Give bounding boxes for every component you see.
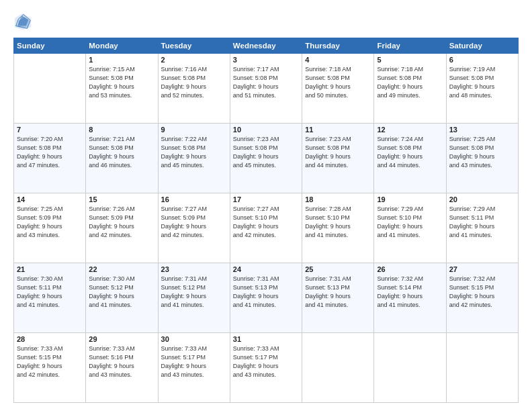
calendar-cell: 12Sunrise: 7:24 AM Sunset: 5:08 PM Dayli… xyxy=(374,124,446,193)
calendar-cell: 6Sunrise: 7:19 AM Sunset: 5:08 PM Daylig… xyxy=(446,54,518,124)
calendar-week-0: 1Sunrise: 7:15 AM Sunset: 5:08 PM Daylig… xyxy=(14,54,519,124)
calendar-cell: 7Sunrise: 7:20 AM Sunset: 5:08 PM Daylig… xyxy=(14,124,86,193)
calendar-cell: 23Sunrise: 7:31 AM Sunset: 5:12 PM Dayli… xyxy=(158,263,230,333)
day-number: 23 xyxy=(161,265,227,273)
day-number: 7 xyxy=(17,126,83,134)
day-info: Sunrise: 7:18 AM Sunset: 5:08 PM Dayligh… xyxy=(377,65,443,100)
calendar-cell: 14Sunrise: 7:25 AM Sunset: 5:09 PM Dayli… xyxy=(14,193,86,263)
calendar-week-3: 21Sunrise: 7:30 AM Sunset: 5:11 PM Dayli… xyxy=(14,263,519,333)
calendar-header-friday: Friday xyxy=(374,38,446,54)
day-number: 25 xyxy=(305,265,371,273)
day-number: 11 xyxy=(305,126,371,134)
day-number: 18 xyxy=(305,195,371,203)
calendar-header-thursday: Thursday xyxy=(302,38,374,54)
day-info: Sunrise: 7:23 AM Sunset: 5:08 PM Dayligh… xyxy=(233,135,299,170)
day-info: Sunrise: 7:30 AM Sunset: 5:11 PM Dayligh… xyxy=(17,275,83,310)
calendar-cell: 29Sunrise: 7:33 AM Sunset: 5:16 PM Dayli… xyxy=(86,333,158,403)
calendar-header-row: SundayMondayTuesdayWednesdayThursdayFrid… xyxy=(14,38,519,54)
calendar-cell: 3Sunrise: 7:17 AM Sunset: 5:08 PM Daylig… xyxy=(230,54,302,124)
page: SundayMondayTuesdayWednesdayThursdayFrid… xyxy=(0,0,532,411)
header xyxy=(13,12,519,31)
calendar-cell: 2Sunrise: 7:16 AM Sunset: 5:08 PM Daylig… xyxy=(158,54,230,124)
day-number: 8 xyxy=(89,126,154,134)
calendar-cell xyxy=(374,333,446,403)
day-number: 31 xyxy=(233,335,299,343)
day-info: Sunrise: 7:32 AM Sunset: 5:15 PM Dayligh… xyxy=(449,275,515,310)
day-number: 15 xyxy=(89,195,154,203)
calendar-cell: 27Sunrise: 7:32 AM Sunset: 5:15 PM Dayli… xyxy=(446,263,518,333)
calendar-header-tuesday: Tuesday xyxy=(158,38,230,54)
day-info: Sunrise: 7:29 AM Sunset: 5:10 PM Dayligh… xyxy=(377,205,443,240)
calendar-cell: 17Sunrise: 7:27 AM Sunset: 5:10 PM Dayli… xyxy=(230,193,302,263)
calendar-cell: 8Sunrise: 7:21 AM Sunset: 5:08 PM Daylig… xyxy=(86,124,158,193)
day-info: Sunrise: 7:22 AM Sunset: 5:08 PM Dayligh… xyxy=(161,135,227,170)
calendar-cell: 11Sunrise: 7:23 AM Sunset: 5:08 PM Dayli… xyxy=(302,124,374,193)
day-number: 30 xyxy=(161,335,227,343)
day-info: Sunrise: 7:31 AM Sunset: 5:12 PM Dayligh… xyxy=(161,275,227,310)
calendar-cell: 25Sunrise: 7:31 AM Sunset: 5:13 PM Dayli… xyxy=(302,263,374,333)
day-info: Sunrise: 7:29 AM Sunset: 5:11 PM Dayligh… xyxy=(449,205,515,240)
day-number: 21 xyxy=(17,265,83,273)
calendar-cell: 20Sunrise: 7:29 AM Sunset: 5:11 PM Dayli… xyxy=(446,193,518,263)
day-info: Sunrise: 7:25 AM Sunset: 5:09 PM Dayligh… xyxy=(17,205,83,240)
day-number: 20 xyxy=(449,195,515,203)
day-info: Sunrise: 7:27 AM Sunset: 5:10 PM Dayligh… xyxy=(233,205,299,240)
calendar-cell: 21Sunrise: 7:30 AM Sunset: 5:11 PM Dayli… xyxy=(14,263,86,333)
day-number: 28 xyxy=(17,335,83,343)
day-info: Sunrise: 7:15 AM Sunset: 5:08 PM Dayligh… xyxy=(89,65,154,100)
calendar-cell: 10Sunrise: 7:23 AM Sunset: 5:08 PM Dayli… xyxy=(230,124,302,193)
day-info: Sunrise: 7:18 AM Sunset: 5:08 PM Dayligh… xyxy=(305,65,371,100)
day-info: Sunrise: 7:33 AM Sunset: 5:17 PM Dayligh… xyxy=(233,345,299,379)
calendar-cell: 24Sunrise: 7:31 AM Sunset: 5:13 PM Dayli… xyxy=(230,263,302,333)
day-info: Sunrise: 7:27 AM Sunset: 5:09 PM Dayligh… xyxy=(161,205,227,240)
calendar-cell: 1Sunrise: 7:15 AM Sunset: 5:08 PM Daylig… xyxy=(86,54,158,124)
calendar-cell xyxy=(446,333,518,403)
calendar-cell: 5Sunrise: 7:18 AM Sunset: 5:08 PM Daylig… xyxy=(374,54,446,124)
calendar-week-1: 7Sunrise: 7:20 AM Sunset: 5:08 PM Daylig… xyxy=(14,124,519,193)
day-number: 3 xyxy=(233,56,299,64)
day-info: Sunrise: 7:21 AM Sunset: 5:08 PM Dayligh… xyxy=(89,135,154,170)
calendar-week-2: 14Sunrise: 7:25 AM Sunset: 5:09 PM Dayli… xyxy=(14,193,519,263)
calendar-cell: 31Sunrise: 7:33 AM Sunset: 5:17 PM Dayli… xyxy=(230,333,302,403)
day-info: Sunrise: 7:32 AM Sunset: 5:14 PM Dayligh… xyxy=(377,275,443,310)
calendar-cell: 9Sunrise: 7:22 AM Sunset: 5:08 PM Daylig… xyxy=(158,124,230,193)
calendar-week-4: 28Sunrise: 7:33 AM Sunset: 5:15 PM Dayli… xyxy=(14,333,519,403)
day-number: 24 xyxy=(233,265,299,273)
day-info: Sunrise: 7:26 AM Sunset: 5:09 PM Dayligh… xyxy=(89,205,154,240)
day-number: 5 xyxy=(377,56,443,64)
calendar-cell: 13Sunrise: 7:25 AM Sunset: 5:08 PM Dayli… xyxy=(446,124,518,193)
day-info: Sunrise: 7:28 AM Sunset: 5:10 PM Dayligh… xyxy=(305,205,371,240)
calendar-cell: 30Sunrise: 7:33 AM Sunset: 5:17 PM Dayli… xyxy=(158,333,230,403)
day-number: 19 xyxy=(377,195,443,203)
day-info: Sunrise: 7:20 AM Sunset: 5:08 PM Dayligh… xyxy=(17,135,83,170)
day-number: 9 xyxy=(161,126,227,134)
calendar-cell: 22Sunrise: 7:30 AM Sunset: 5:12 PM Dayli… xyxy=(86,263,158,333)
day-info: Sunrise: 7:33 AM Sunset: 5:15 PM Dayligh… xyxy=(17,345,83,379)
day-info: Sunrise: 7:33 AM Sunset: 5:16 PM Dayligh… xyxy=(89,345,154,379)
day-info: Sunrise: 7:31 AM Sunset: 5:13 PM Dayligh… xyxy=(305,275,371,310)
day-number: 16 xyxy=(161,195,227,203)
calendar-cell xyxy=(302,333,374,403)
day-info: Sunrise: 7:30 AM Sunset: 5:12 PM Dayligh… xyxy=(89,275,154,310)
day-number: 1 xyxy=(89,56,154,64)
day-info: Sunrise: 7:17 AM Sunset: 5:08 PM Dayligh… xyxy=(233,65,299,100)
calendar-header-saturday: Saturday xyxy=(446,38,518,54)
calendar-table: SundayMondayTuesdayWednesdayThursdayFrid… xyxy=(13,38,519,403)
calendar-cell: 28Sunrise: 7:33 AM Sunset: 5:15 PM Dayli… xyxy=(14,333,86,403)
day-info: Sunrise: 7:24 AM Sunset: 5:08 PM Dayligh… xyxy=(377,135,443,170)
day-number: 2 xyxy=(161,56,227,64)
calendar-cell xyxy=(14,54,86,124)
day-info: Sunrise: 7:31 AM Sunset: 5:13 PM Dayligh… xyxy=(233,275,299,310)
day-number: 17 xyxy=(233,195,299,203)
logo-icon xyxy=(13,12,32,31)
day-info: Sunrise: 7:23 AM Sunset: 5:08 PM Dayligh… xyxy=(305,135,371,170)
day-number: 26 xyxy=(377,265,443,273)
day-info: Sunrise: 7:33 AM Sunset: 5:17 PM Dayligh… xyxy=(161,345,227,379)
day-number: 27 xyxy=(449,265,515,273)
day-info: Sunrise: 7:19 AM Sunset: 5:08 PM Dayligh… xyxy=(449,65,515,100)
calendar-cell: 4Sunrise: 7:18 AM Sunset: 5:08 PM Daylig… xyxy=(302,54,374,124)
calendar-header-monday: Monday xyxy=(86,38,158,54)
day-number: 29 xyxy=(89,335,154,343)
calendar-cell: 15Sunrise: 7:26 AM Sunset: 5:09 PM Dayli… xyxy=(86,193,158,263)
calendar-cell: 18Sunrise: 7:28 AM Sunset: 5:10 PM Dayli… xyxy=(302,193,374,263)
